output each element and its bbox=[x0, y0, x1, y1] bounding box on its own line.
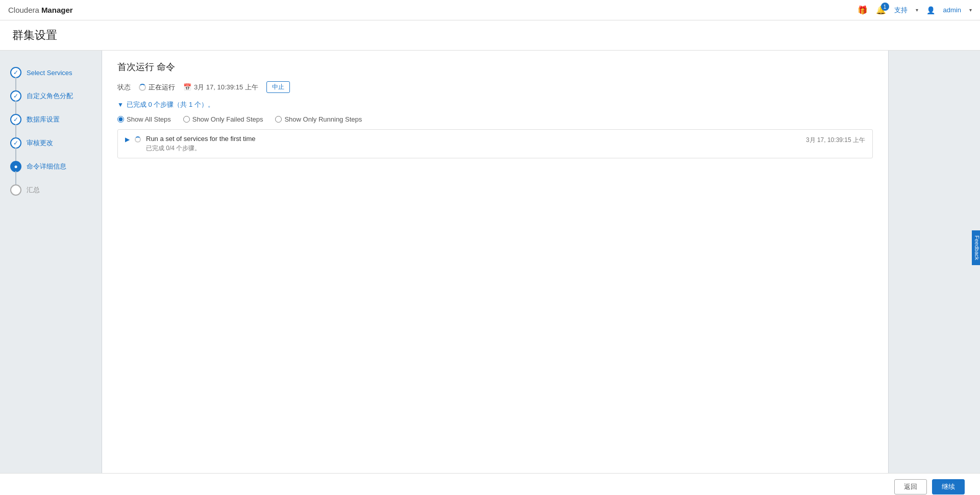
support-link[interactable]: 支持 bbox=[894, 6, 908, 15]
feedback-tab[interactable]: Feedback bbox=[972, 230, 980, 265]
datetime-row: 📅 3月 17, 10:39:15 上午 bbox=[183, 83, 258, 92]
sidebar-label-2: 自定义角色分配 bbox=[27, 91, 73, 101]
sidebar-label-1: Select Services bbox=[27, 69, 72, 77]
progress-summary[interactable]: ▼ 已完成 0 个步骤（共 1 个）。 bbox=[117, 100, 873, 109]
chevron-down-icon: ▾ bbox=[916, 7, 918, 13]
step-circle-1: ✓ bbox=[10, 67, 21, 78]
content-area: 首次运行 命令 状态 正在运行 📅 3月 17, 10:39:15 上午 中止 … bbox=[102, 51, 888, 473]
main-layout: ✓ Select Services ✓ 自定义角色分配 ✓ 数据库设置 ✓ 审核… bbox=[0, 51, 980, 473]
filter-all-radio[interactable] bbox=[117, 116, 124, 123]
step-circle-4: ✓ bbox=[10, 137, 21, 149]
brand-manager: Manager bbox=[41, 6, 73, 14]
step-info: Run a set of services for the first time… bbox=[146, 135, 801, 153]
step-running-spinner bbox=[135, 136, 141, 143]
continue-button[interactable]: 继续 bbox=[932, 479, 965, 494]
topnav-right: 🎁 🔔 1 支持 ▾ 👤 admin ▾ bbox=[857, 5, 972, 15]
right-panel bbox=[888, 51, 980, 473]
sidebar-item-database-settings[interactable]: ✓ 数据库设置 bbox=[0, 108, 102, 131]
filter-running-radio[interactable] bbox=[275, 116, 282, 123]
step-circle-6 bbox=[10, 184, 21, 196]
filter-running-label[interactable]: Show Only Running Steps bbox=[275, 115, 362, 123]
filter-failed-radio[interactable] bbox=[183, 116, 190, 123]
chevron-down-icon: ▼ bbox=[117, 101, 124, 108]
sidebar-label-6: 汇总 bbox=[27, 185, 40, 195]
sidebar-item-role-assignment[interactable]: ✓ 自定义角色分配 bbox=[0, 84, 102, 108]
filter-failed-text: Show Only Failed Steps bbox=[192, 115, 263, 123]
sidebar-label-4: 审核更改 bbox=[27, 138, 53, 148]
sidebar-label-3: 数据库设置 bbox=[27, 115, 60, 124]
command-title: 首次运行 命令 bbox=[117, 61, 873, 73]
back-button[interactable]: 返回 bbox=[894, 479, 927, 494]
step-progress: 已完成 0/4 个步骤。 bbox=[146, 144, 801, 153]
notif-badge: 1 bbox=[881, 3, 889, 11]
step-name: Run a set of services for the first time bbox=[146, 135, 801, 143]
datetime-text: 3月 17, 10:39:15 上午 bbox=[194, 83, 258, 92]
gift-icon[interactable]: 🎁 bbox=[857, 5, 868, 15]
sidebar-item-review-changes[interactable]: ✓ 审核更改 bbox=[0, 131, 102, 155]
page-title: 群集设置 bbox=[12, 28, 968, 43]
sidebar-label-5: 命令详细信息 bbox=[27, 162, 66, 171]
step-circle-3: ✓ bbox=[10, 114, 21, 125]
brand-cloudera: Cloudera bbox=[8, 6, 39, 14]
bottom-bar: 返回 继续 bbox=[0, 473, 980, 495]
notification-icon[interactable]: 🔔 1 bbox=[876, 5, 886, 15]
step-time: 3月 17, 10:39:15 上午 bbox=[806, 136, 865, 145]
brand: Cloudera Manager bbox=[8, 6, 73, 14]
step-circle-2: ✓ bbox=[10, 90, 21, 102]
steps-container: ▶ Run a set of services for the first ti… bbox=[117, 129, 873, 158]
status-running: 正在运行 bbox=[139, 83, 175, 92]
sidebar: ✓ Select Services ✓ 自定义角色分配 ✓ 数据库设置 ✓ 审核… bbox=[0, 51, 102, 473]
filter-running-text: Show Only Running Steps bbox=[284, 115, 362, 123]
sidebar-item-select-services[interactable]: ✓ Select Services bbox=[0, 61, 102, 84]
sidebar-item-summary[interactable]: 汇总 bbox=[0, 178, 102, 202]
filter-failed-label[interactable]: Show Only Failed Steps bbox=[183, 115, 263, 123]
page-header: 群集设置 bbox=[0, 20, 980, 51]
table-row: ▶ Run a set of services for the first ti… bbox=[118, 130, 872, 158]
calendar-icon: 📅 bbox=[183, 83, 191, 91]
filter-all-text: Show All Steps bbox=[127, 115, 171, 123]
stop-button[interactable]: 中止 bbox=[266, 81, 290, 93]
admin-link[interactable]: admin bbox=[943, 6, 961, 14]
status-running-text: 正在运行 bbox=[149, 83, 175, 92]
status-row: 状态 正在运行 📅 3月 17, 10:39:15 上午 中止 bbox=[117, 81, 873, 93]
progress-summary-text: 已完成 0 个步骤（共 1 个）。 bbox=[127, 100, 214, 109]
topnav: Cloudera Manager 🎁 🔔 1 支持 ▾ 👤 admin ▾ bbox=[0, 0, 980, 20]
running-spinner bbox=[139, 84, 146, 91]
sidebar-item-command-details[interactable]: ● 命令详细信息 bbox=[0, 155, 102, 178]
status-label: 状态 bbox=[117, 83, 131, 92]
filter-all-label[interactable]: Show All Steps bbox=[117, 115, 171, 123]
filter-row: Show All Steps Show Only Failed Steps Sh… bbox=[117, 115, 873, 123]
user-icon: 👤 bbox=[926, 6, 935, 14]
expand-icon[interactable]: ▶ bbox=[125, 136, 130, 143]
admin-chevron-icon: ▾ bbox=[969, 7, 972, 13]
step-circle-5: ● bbox=[10, 161, 21, 172]
